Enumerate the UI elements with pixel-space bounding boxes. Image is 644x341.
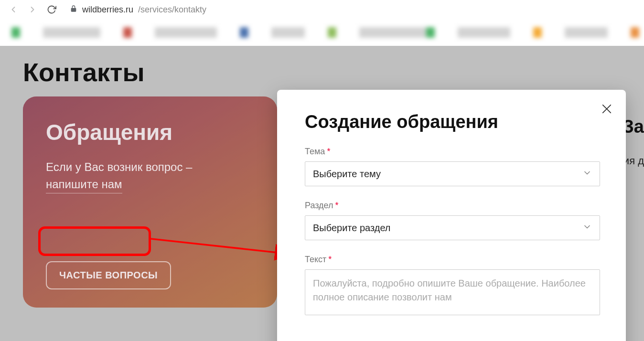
theme-select[interactable]: Выберите тему [305, 161, 600, 186]
back-button[interactable] [6, 2, 21, 17]
field-label-section: Раздел* [305, 201, 600, 211]
reload-button[interactable] [44, 2, 59, 17]
create-appeal-modal: Создание обращения Тема* Выберите тему Р… [277, 90, 626, 341]
close-button[interactable] [600, 102, 613, 116]
section-select-value: Выберите раздел [313, 223, 391, 234]
write-us-link[interactable]: напишите нам [46, 176, 122, 193]
field-label-text: Текст* [305, 255, 600, 265]
textarea-placeholder: Пожалуйста, подробно опишите Ваше обраще… [313, 278, 586, 302]
url-host: wildberries.ru [82, 5, 133, 15]
appeals-card-text: Если у Вас возник вопрос – напишите нам [46, 159, 254, 193]
section-select[interactable]: Выберите раздел [305, 215, 600, 240]
chevron-down-icon [582, 222, 592, 234]
appeals-text-line1: Если у Вас возник вопрос – [46, 160, 192, 173]
text-textarea[interactable]: Пожалуйста, подробно опишите Ваше обраще… [305, 269, 600, 315]
page-content: Контакты За ия д Обращения Если у Вас во… [0, 46, 644, 341]
theme-select-value: Выберите тему [313, 169, 381, 180]
forward-button[interactable] [25, 2, 40, 17]
chevron-down-icon [582, 168, 592, 180]
address-bar[interactable]: wildberries.ru/services/kontakty [63, 2, 638, 17]
faq-button[interactable]: ЧАСТЫЕ ВОПРОСЫ [46, 261, 171, 289]
annotation-highlight-box [38, 226, 151, 256]
lock-icon [70, 5, 77, 15]
browser-bar: wildberries.ru/services/kontakty [0, 0, 644, 19]
modal-title: Создание обращения [305, 112, 600, 132]
site-header-blurred [0, 19, 644, 46]
appeals-card-title: Обращения [46, 119, 254, 145]
url-path: /services/kontakty [138, 5, 206, 15]
field-label-theme: Тема* [305, 147, 600, 157]
